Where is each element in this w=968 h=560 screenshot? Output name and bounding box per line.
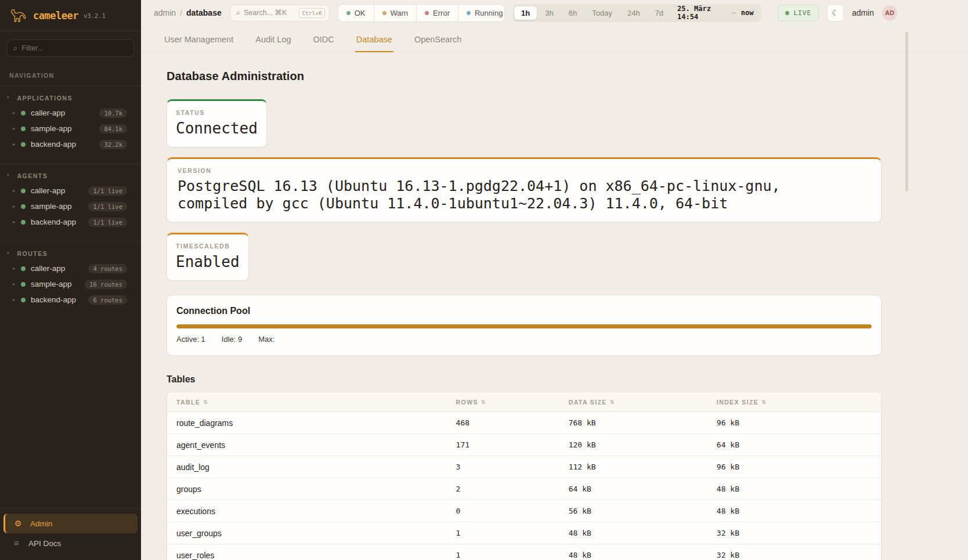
filter-label: Error (433, 9, 450, 17)
tab-database[interactable]: Database (355, 35, 393, 52)
live-toggle[interactable]: LIVE (778, 5, 819, 21)
sort-icon: ⇅ (610, 399, 615, 405)
breadcrumb: admin / database (154, 8, 222, 17)
column-header-index-size[interactable]: INDEX SIZE ⇅ (717, 399, 872, 406)
column-header-table[interactable]: TABLE ⇅ (176, 399, 456, 406)
sidebar-item-agents-caller-app[interactable]: ▸ caller-app 1/1 live (0, 183, 141, 198)
section-header-routes[interactable]: ▾ ROUTES (0, 248, 141, 261)
content: Database Administration STATUS Connected… (141, 52, 968, 560)
column-label: DATA SIZE (569, 399, 607, 406)
cell-table-name: user_roles (176, 551, 456, 560)
error-dot-icon (425, 11, 429, 15)
version-card-value: PostgreSQL 16.13 (Ubuntu 16.13-1.pgdg22.… (178, 178, 871, 212)
gear-icon: ⚙ (13, 519, 23, 528)
routes-badge: 4 routes (88, 264, 127, 273)
table-row[interactable]: executions 0 56 kB 48 kB (167, 500, 881, 522)
chevron-right-icon: ▸ (13, 110, 21, 115)
scrollbar[interactable] (905, 32, 908, 192)
navigation-label: NAVIGATION (9, 72, 132, 79)
connection-pool-bar (176, 324, 872, 328)
sidebar-item-agents-sample-app[interactable]: ▸ sample-app 1/1 live (0, 198, 141, 214)
status-card-label: STATUS (176, 109, 258, 116)
cell-table-name: route_diagrams (176, 418, 456, 428)
admin-tabs: User Management Audit Log OIDC Database … (141, 26, 968, 52)
live-badge: 1/1 live (88, 218, 127, 227)
cell-rows: 171 (456, 440, 569, 449)
time-range-6h[interactable]: 6h (562, 6, 584, 20)
dark-mode-toggle[interactable]: ☾ (827, 4, 844, 21)
item-label: sample-app (31, 124, 99, 133)
cell-rows: 1 (456, 551, 569, 559)
chevron-right-icon: ▸ (13, 266, 21, 271)
item-label: backend-app (31, 218, 88, 226)
connection-pool-fill (176, 324, 872, 328)
sidebar-filter[interactable]: ⌕ (7, 39, 134, 57)
sidebar-filter-input[interactable] (21, 44, 128, 52)
cell-data-size: 56 kB (569, 507, 717, 515)
cell-index-size: 96 kB (717, 418, 872, 427)
cell-rows: 468 (456, 418, 569, 427)
table-row[interactable]: user_roles 1 48 kB 32 kB (167, 544, 881, 560)
section-header-agents[interactable]: ▾ AGENTS (0, 170, 141, 183)
cell-index-size: 96 kB (717, 463, 872, 471)
column-header-rows[interactable]: ROWS ⇅ (456, 399, 569, 406)
sidebar-item-routes-backend-app[interactable]: ▸ backend-app 6 routes (0, 292, 141, 308)
sidebar-item-routes-caller-app[interactable]: ▸ caller-app 4 routes (0, 261, 141, 276)
table-row[interactable]: route_diagrams 468 768 kB 96 kB (167, 412, 881, 434)
time-range-7d[interactable]: 7d (648, 6, 670, 20)
cell-rows: 2 (456, 485, 569, 493)
time-range-3h[interactable]: 3h (538, 6, 560, 20)
table-row[interactable]: agent_events 171 120 kB 64 kB (167, 434, 881, 456)
table-row[interactable]: audit_log 3 112 kB 96 kB (167, 456, 881, 478)
cell-table-name: audit_log (176, 463, 456, 472)
item-label: caller-app (31, 186, 88, 195)
chevron-right-icon: ▸ (13, 142, 21, 147)
tab-user-management[interactable]: User Management (163, 35, 234, 52)
sidebar-item-applications-sample-app[interactable]: ▸ sample-app 84.1k (0, 121, 141, 136)
section-header-applications[interactable]: ▾ APPLICATIONS (0, 92, 141, 105)
avatar[interactable]: AD (882, 5, 897, 21)
cell-data-size: 64 kB (569, 485, 717, 493)
time-separator: — (732, 9, 736, 17)
item-label: caller-app (31, 109, 99, 117)
cell-data-size: 48 kB (569, 529, 717, 537)
sidebar-item-agents-backend-app[interactable]: ▸ backend-app 1/1 live (0, 214, 141, 230)
cell-index-size: 32 kB (717, 551, 872, 559)
tab-oidc[interactable]: OIDC (312, 35, 335, 52)
timescaledb-card-value: Enabled (176, 253, 240, 271)
column-header-data-size[interactable]: DATA SIZE ⇅ (569, 399, 717, 406)
warn-dot-icon (382, 11, 387, 15)
breadcrumb-parent[interactable]: admin (154, 8, 176, 17)
search-icon: ⌕ (13, 44, 17, 53)
app-version: v3.2.1 (84, 12, 106, 19)
time-range-1h[interactable]: 1h (514, 6, 537, 20)
time-range-today[interactable]: Today (585, 6, 619, 20)
global-search[interactable]: ⌕ Ctrl+K (230, 5, 330, 21)
table-row[interactable]: user_groups 1 48 kB 32 kB (167, 522, 881, 544)
filter-ok[interactable]: OK (338, 5, 374, 21)
time-range-24h[interactable]: 24h (620, 6, 647, 20)
sidebar-item-routes-sample-app[interactable]: ▸ sample-app 16 routes (0, 276, 141, 292)
count-badge: 10.7k (99, 109, 127, 118)
time-display[interactable]: 25. März 14:54 — now (671, 5, 760, 21)
sidebar-item-api-docs[interactable]: ≡ API Docs (3, 533, 138, 553)
pool-idle: Idle: 9 (222, 335, 242, 344)
table-row[interactable]: groups 2 64 kB 48 kB (167, 478, 881, 500)
shortcut-badge: Ctrl+K (299, 8, 324, 18)
app-name: cameleer (33, 10, 78, 21)
cell-data-size: 768 kB (569, 418, 717, 427)
tab-opensearch[interactable]: OpenSearch (413, 35, 463, 52)
cell-rows: 0 (456, 507, 569, 515)
table-header-row: TABLE ⇅ ROWS ⇅ DATA SIZE ⇅ INDEX SIZE ⇅ (167, 392, 881, 412)
filter-running[interactable]: Running (458, 5, 505, 21)
tab-audit-log[interactable]: Audit Log (254, 35, 292, 52)
search-icon: ⌕ (236, 8, 240, 17)
cell-index-size: 32 kB (717, 529, 872, 537)
sidebar-item-admin[interactable]: ⚙ Admin (3, 514, 138, 533)
filter-error[interactable]: Error (417, 5, 458, 21)
sidebar-item-applications-caller-app[interactable]: ▸ caller-app 10.7k (0, 105, 141, 121)
global-search-input[interactable] (244, 9, 295, 17)
cell-rows: 1 (456, 529, 569, 537)
filter-warn[interactable]: Warn (374, 5, 417, 21)
sidebar-item-applications-backend-app[interactable]: ▸ backend-app 32.2k (0, 136, 141, 152)
